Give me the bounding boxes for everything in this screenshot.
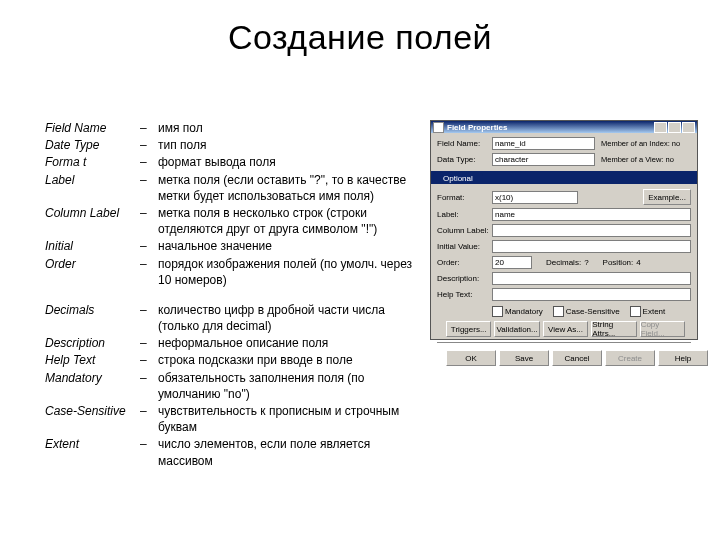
definition-row: Extent–число элементов, если поле являет… <box>45 436 425 468</box>
term-desc: обязательность заполнения поля (по умолч… <box>158 370 425 402</box>
slide-title: Создание полей <box>0 0 720 57</box>
term-desc: строка подсказки при вводе в поле <box>158 352 425 368</box>
description-label: Description: <box>437 274 492 283</box>
format-input[interactable]: x(10) <box>492 191 578 204</box>
column-label-input[interactable] <box>492 224 691 237</box>
definition-row: Initial–начальное значение <box>45 238 425 254</box>
definition-row: Field Name–имя пол <box>45 120 425 136</box>
data-type-label: Data Type: <box>437 155 492 164</box>
tab-strip: Optional <box>431 171 697 184</box>
label-label: Label: <box>437 210 492 219</box>
dash: – <box>140 205 158 237</box>
term-desc: имя пол <box>158 120 425 136</box>
field-name-label: Field Name: <box>437 139 492 148</box>
dialog-button[interactable]: OK <box>446 350 496 366</box>
dash: – <box>140 172 158 204</box>
dash: – <box>140 120 158 136</box>
definition-row: Forma t–формат вывода поля <box>45 154 425 170</box>
definition-row: Decimals–количество цифр в дробной части… <box>45 302 425 334</box>
position-label: Position: <box>603 258 634 267</box>
mandatory-checkbox[interactable]: Mandatory <box>492 306 543 317</box>
help-text-label: Help Text: <box>437 290 492 299</box>
extent-checkbox[interactable]: Extent <box>630 306 666 317</box>
definition-row: Mandatory–обязательность заполнения поля… <box>45 370 425 402</box>
dash <box>140 289 158 301</box>
initial-value-label: Initial Value: <box>437 242 492 251</box>
dialog-button[interactable]: Save <box>499 350 549 366</box>
term-label: Field Name <box>45 120 140 136</box>
order-label: Order: <box>437 258 492 267</box>
decimals-value: ? <box>584 258 588 267</box>
dialog-button[interactable]: Create <box>605 350 655 366</box>
index-member-text: Member of an Index: no <box>595 139 691 148</box>
dash: – <box>140 436 158 468</box>
case-sensitive-checkbox[interactable]: Case-Sensitive <box>553 306 620 317</box>
term-desc: неформальное описание поля <box>158 335 425 351</box>
definition-row: Case-Sensitive–чувствительность к пропис… <box>45 403 425 435</box>
field-properties-dialog: Field Properties Field Name: name_id Mem… <box>430 120 698 340</box>
format-label: Format: <box>437 193 492 202</box>
dash: – <box>140 154 158 170</box>
term-desc: начальное значение <box>158 238 425 254</box>
mid-button[interactable]: Triggers... <box>446 321 491 337</box>
mid-button[interactable]: View As... <box>543 321 588 337</box>
term-label: Forma t <box>45 154 140 170</box>
view-member-text: Member of a View: no <box>595 155 691 164</box>
tab-optional[interactable]: Optional <box>433 173 483 184</box>
term-label: Description <box>45 335 140 351</box>
dash: – <box>140 403 158 435</box>
term-label: Label <box>45 172 140 204</box>
term-label: Help Text <box>45 352 140 368</box>
term-label: Mandatory <box>45 370 140 402</box>
dash: – <box>140 335 158 351</box>
dash: – <box>140 238 158 254</box>
close-icon[interactable] <box>682 122 695 133</box>
example-button[interactable]: Example... <box>643 189 691 205</box>
term-label: Order <box>45 256 140 288</box>
label-input[interactable]: name <box>492 208 691 221</box>
dash: – <box>140 352 158 368</box>
definition-row: Help Text–строка подсказки при вводе в п… <box>45 352 425 368</box>
dialog-button[interactable]: Cancel <box>552 350 602 366</box>
dash: – <box>140 137 158 153</box>
definition-row: Label–метка поля (если оставить "?", то … <box>45 172 425 204</box>
decimals-label: Decimals: <box>546 258 581 267</box>
maximize-icon[interactable] <box>668 122 681 133</box>
initial-value-input[interactable] <box>492 240 691 253</box>
mid-button[interactable]: Copy Field... <box>640 321 685 337</box>
column-label-label: Column Label: <box>437 226 492 235</box>
term-label: Case-Sensitive <box>45 403 140 435</box>
term-desc: количество цифр в дробной части числа (т… <box>158 302 425 334</box>
minimize-icon[interactable] <box>654 122 667 133</box>
dash: – <box>140 256 158 288</box>
field-name-input[interactable]: name_id <box>492 137 595 150</box>
definition-row: Description–неформальное описание поля <box>45 335 425 351</box>
dialog-button[interactable]: Help <box>658 350 708 366</box>
dialog-title: Field Properties <box>447 123 507 132</box>
term-label: Date Type <box>45 137 140 153</box>
definition-row <box>45 289 425 301</box>
term-label: Initial <box>45 238 140 254</box>
term-desc <box>158 289 425 301</box>
help-text-input[interactable] <box>492 288 691 301</box>
dash: – <box>140 302 158 334</box>
data-type-input[interactable]: character <box>492 153 595 166</box>
mid-button[interactable]: String Attrs... <box>591 321 636 337</box>
definitions-list: Field Name–имя полDate Type–тип поляForm… <box>45 120 425 470</box>
term-desc: чувствительность к прописным и строчным … <box>158 403 425 435</box>
definition-row: Order–порядок изображения полей (по умол… <box>45 256 425 288</box>
order-input[interactable]: 20 <box>492 256 532 269</box>
term-label <box>45 289 140 301</box>
term-desc: порядок изображения полей (по умолч. чер… <box>158 256 425 288</box>
definition-row: Date Type–тип поля <box>45 137 425 153</box>
term-desc: тип поля <box>158 137 425 153</box>
description-input[interactable] <box>492 272 691 285</box>
term-label: Column Label <box>45 205 140 237</box>
term-desc: метка поля в несколько строк (строки отд… <box>158 205 425 237</box>
term-desc: формат вывода поля <box>158 154 425 170</box>
term-label: Extent <box>45 436 140 468</box>
dash: – <box>140 370 158 402</box>
window-icon <box>433 122 444 133</box>
mid-button[interactable]: Validation... <box>494 321 539 337</box>
definition-row: Column Label–метка поля в несколько стро… <box>45 205 425 237</box>
